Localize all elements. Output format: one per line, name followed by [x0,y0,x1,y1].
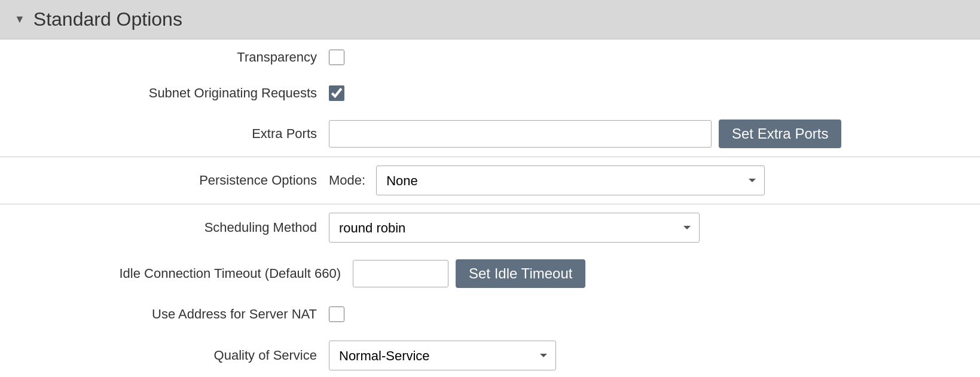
transparency-control [329,50,962,65]
use-address-for-server-nat-row: Use Address for Server NAT [0,296,980,332]
quality-of-service-row: Quality of Service Normal-Service Minimi… [0,332,980,377]
subnet-originating-requests-label: Subnet Originating Requests [18,85,329,101]
quality-of-service-control: Normal-Service Minimize-Cost Maximize-Re… [329,341,962,370]
subnet-originating-requests-checkbox[interactable] [329,85,344,101]
standard-options-panel: ▼ Standard Options Transparency Subnet O… [0,0,980,377]
persistence-options-control: Mode: None Source IP Cookie SSL Session … [329,165,962,195]
subnet-originating-requests-control [329,85,962,101]
collapse-icon[interactable]: ▼ [14,13,25,26]
subnet-originating-requests-row: Subnet Originating Requests [0,75,980,111]
idle-connection-timeout-label: Idle Connection Timeout (Default 660) [18,266,353,281]
scheduling-method-select[interactable]: round robin least connections weighted a… [329,213,700,243]
scheduling-method-control: round robin least connections weighted a… [329,213,962,243]
transparency-checkbox[interactable] [329,50,344,65]
use-address-for-server-nat-checkbox[interactable] [329,306,344,322]
extra-ports-control: Set Extra Ports [329,119,962,148]
section-title: Standard Options [33,8,182,30]
use-address-for-server-nat-control [329,306,962,322]
scheduling-method-row: Scheduling Method round robin least conn… [0,204,980,251]
persistence-options-row: Persistence Options Mode: None Source IP… [0,157,980,204]
section-header: ▼ Standard Options [0,0,980,39]
persistence-options-label: Persistence Options [18,173,329,188]
use-address-for-server-nat-label: Use Address for Server NAT [18,306,329,322]
extra-ports-input[interactable] [329,120,712,148]
idle-timeout-input[interactable] [353,260,448,287]
idle-connection-timeout-row: Idle Connection Timeout (Default 660) Se… [0,251,980,296]
idle-connection-timeout-control: Set Idle Timeout [353,259,962,288]
transparency-row: Transparency [0,39,980,75]
section-body: Transparency Subnet Originating Requests… [0,39,980,377]
transparency-label: Transparency [18,50,329,65]
persistence-mode-select[interactable]: None Source IP Cookie SSL Session ID Cus… [376,165,765,195]
set-extra-ports-button[interactable]: Set Extra Ports [719,119,841,148]
quality-of-service-label: Quality of Service [18,348,329,363]
extra-ports-label: Extra Ports [18,126,329,142]
quality-of-service-select[interactable]: Normal-Service Minimize-Cost Maximize-Re… [329,341,556,370]
set-idle-timeout-button[interactable]: Set Idle Timeout [456,259,585,288]
extra-ports-row: Extra Ports Set Extra Ports [0,111,980,157]
scheduling-method-label: Scheduling Method [18,220,329,235]
mode-label: Mode: [329,173,365,188]
